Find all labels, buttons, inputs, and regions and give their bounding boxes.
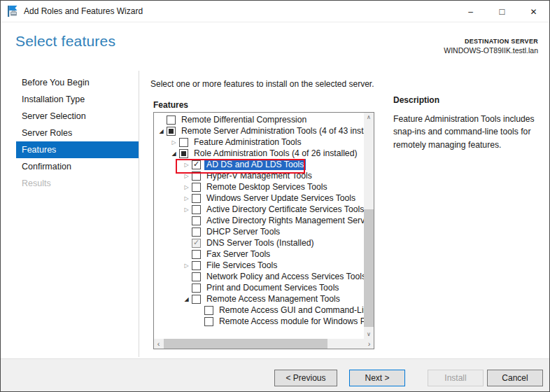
scroll-up-icon[interactable]: ∧ [364, 113, 374, 122]
tree-item-label[interactable]: Remote Server Administration Tools (4 of… [179, 125, 364, 136]
tree-item-label[interactable]: Print and Document Services Tools [204, 282, 341, 293]
sidebar-item-confirmation[interactable]: Confirmation [1, 158, 139, 175]
sidebar-item-server-roles[interactable]: Server Roles [1, 125, 139, 141]
expander-expanded-icon[interactable]: ◢ [169, 150, 179, 157]
checkbox-indeterminate[interactable] [167, 127, 176, 136]
tree-item-label[interactable]: Fax Server Tools [204, 248, 272, 260]
tree-item[interactable]: ▷Active Directory Certificate Services T… [154, 204, 364, 215]
checkbox-unchecked[interactable] [204, 306, 213, 315]
features-tree-content: Remote Differential Compression◢Remote S… [154, 114, 364, 339]
tree-item-label[interactable]: Network Policy and Access Services Tools [204, 271, 364, 282]
features-list-label: Features [153, 100, 188, 110]
tree-item-label[interactable]: Feature Administration Tools [192, 136, 304, 148]
tree-item[interactable]: DNS Server Tools (Installed) [154, 237, 364, 248]
tree-item-label[interactable]: File Services Tools [204, 260, 279, 271]
tree-item-label[interactable]: DNS Server Tools (Installed) [204, 237, 316, 248]
expander-collapsed-icon[interactable]: ▷ [181, 162, 192, 168]
horizontal-scrollbar[interactable]: ‹ › [154, 339, 374, 349]
tree-item[interactable]: ◢Remote Server Administration Tools (4 o… [154, 125, 364, 136]
tree-item[interactable]: ▷Feature Administration Tools [154, 136, 364, 148]
expander-collapsed-icon[interactable]: ▷ [181, 195, 192, 202]
tree-item-label[interactable]: AD DS and AD LDS Tools [204, 159, 306, 170]
tree-item[interactable]: Network Policy and Access Services Tools [154, 271, 364, 282]
tree-item[interactable]: Remote Differential Compression [154, 114, 364, 125]
next-button[interactable]: Next > [349, 370, 405, 386]
expander-collapsed-icon[interactable]: ▷ [181, 206, 192, 213]
checkbox-unchecked[interactable] [192, 261, 201, 270]
features-tree: Remote Differential Compression◢Remote S… [153, 112, 374, 349]
tree-item[interactable]: ◢Role Administration Tools (4 of 26 inst… [154, 148, 364, 159]
checkbox-unchecked[interactable] [192, 205, 201, 214]
tree-item-label[interactable]: Remote Access GUI and Command-Line Tools [217, 304, 364, 316]
sidebar-item-features[interactable]: Features [16, 141, 139, 158]
install-button[interactable]: Install [428, 370, 484, 386]
checkbox-checked[interactable] [192, 160, 201, 169]
expander-collapsed-icon[interactable]: ▷ [169, 139, 179, 146]
tree-item-label[interactable]: Role Administration Tools (4 of 26 insta… [192, 148, 360, 159]
tree-item-label[interactable]: Windows Server Update Services Tools [204, 192, 358, 204]
tree-item[interactable]: ▷Hyper-V Management Tools [154, 170, 364, 181]
checkbox-unchecked[interactable] [192, 284, 201, 293]
expander-expanded-icon[interactable]: ◢ [156, 128, 167, 134]
tree-item[interactable]: DHCP Server Tools [154, 226, 364, 237]
sidebar-item-installation-type[interactable]: Installation Type [1, 91, 139, 108]
scroll-down-icon[interactable]: ∨ [364, 330, 374, 339]
checkbox-unchecked[interactable] [204, 317, 213, 326]
server-manager-flag-icon [7, 6, 18, 17]
tree-item[interactable]: Remote Access GUI and Command-Line Tools [154, 304, 364, 316]
expander-collapsed-icon[interactable]: ▷ [181, 184, 192, 190]
tree-item-label[interactable]: Remote Differential Compression [179, 114, 309, 125]
scroll-left-icon[interactable]: ‹ [154, 339, 163, 349]
previous-button[interactable]: < Previous [274, 370, 337, 386]
expander-collapsed-icon[interactable]: ▷ [181, 262, 192, 269]
destination-server-label: DESTINATION SERVER [444, 37, 538, 46]
nav-divider [139, 71, 139, 357]
tree-item-label[interactable]: Remote Desktop Services Tools [204, 181, 330, 192]
wizard-window: Add Roles and Features Wizard – □ ✕ Sele… [0, 0, 550, 392]
checkbox-unchecked[interactable] [192, 272, 201, 281]
tree-item[interactable]: Print and Document Services Tools [154, 282, 364, 293]
cancel-button[interactable]: Cancel [487, 370, 543, 386]
tree-item[interactable]: ▷AD DS and AD LDS Tools [154, 159, 364, 170]
checkbox-unchecked[interactable] [192, 216, 201, 225]
tree-item[interactable]: ◢Remote Access Management Tools [154, 293, 364, 304]
checkbox-unchecked[interactable] [167, 115, 176, 125]
maximize-button[interactable]: □ [486, 1, 518, 22]
checkbox-installed[interactable] [192, 239, 201, 248]
tree-item[interactable]: Fax Server Tools [154, 248, 364, 260]
tree-item-label[interactable]: Remote Access module for Windows PowerSh… [217, 316, 364, 327]
checkbox-unchecked[interactable] [192, 183, 201, 192]
scroll-right-icon[interactable]: › [365, 339, 374, 349]
checkbox-unchecked[interactable] [192, 250, 201, 259]
tree-item-label[interactable]: Hyper-V Management Tools [204, 170, 314, 181]
wizard-nav: Before You BeginInstallation TypeServer … [1, 74, 139, 192]
minimize-button[interactable]: – [455, 1, 486, 22]
checkbox-indeterminate[interactable] [179, 149, 188, 158]
checkbox-unchecked[interactable] [192, 227, 201, 237]
titlebar: Add Roles and Features Wizard – □ ✕ [1, 1, 549, 22]
checkbox-unchecked[interactable] [192, 295, 201, 304]
tree-item[interactable]: Remote Access module for Windows PowerSh… [154, 316, 364, 327]
vertical-scrollbar[interactable]: ∧ ∨ [364, 113, 374, 339]
close-button[interactable]: ✕ [518, 1, 549, 22]
tree-item[interactable]: ▷File Services Tools [154, 260, 364, 271]
sidebar-item-results: Results [1, 175, 139, 192]
tree-item[interactable]: Active Directory Rights Management Servi… [154, 215, 364, 226]
tree-item-label[interactable]: Active Directory Rights Management Servi… [204, 215, 364, 226]
description-heading: Description [393, 95, 439, 105]
expander-expanded-icon[interactable]: ◢ [181, 296, 192, 302]
expander-collapsed-icon[interactable]: ▷ [181, 173, 192, 179]
tree-item-label[interactable]: Active Directory Certificate Services To… [204, 204, 364, 215]
checkbox-unchecked[interactable] [192, 194, 201, 203]
tree-item[interactable]: ▷Windows Server Update Services Tools [154, 192, 364, 204]
checkbox-unchecked[interactable] [192, 172, 201, 181]
tree-item-label[interactable]: DHCP Server Tools [204, 226, 282, 237]
sidebar-item-before-you-begin[interactable]: Before You Begin [1, 74, 139, 91]
sidebar-item-server-selection[interactable]: Server Selection [1, 108, 139, 125]
horizontal-scrollbar-thumb[interactable] [164, 339, 327, 349]
destination-server-name: WINDOWS-OT89IIK.testl.lan [444, 46, 538, 55]
tree-item-label[interactable]: Remote Access Management Tools [204, 293, 342, 304]
vertical-scrollbar-thumb[interactable] [364, 209, 374, 327]
checkbox-unchecked[interactable] [179, 138, 188, 147]
tree-item[interactable]: ▷Remote Desktop Services Tools [154, 181, 364, 192]
